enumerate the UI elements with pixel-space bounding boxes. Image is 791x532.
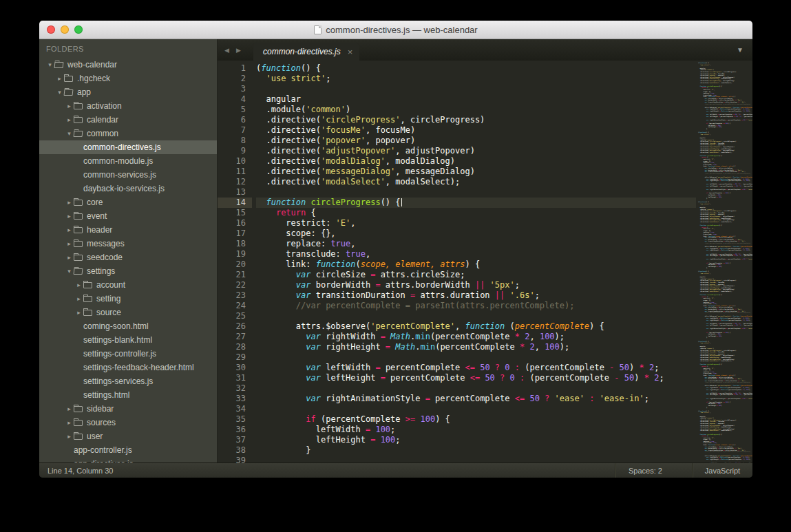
code-line-13[interactable] [256, 187, 696, 198]
line-number[interactable]: 19 [218, 249, 252, 259]
code-line-29[interactable] [256, 352, 696, 363]
expand-icon[interactable]: ▸ [65, 405, 74, 412]
code-line-31[interactable]: var leftHeight = percentComplete <= 50 ?… [256, 373, 696, 383]
tab-close-icon[interactable]: × [348, 47, 353, 56]
tree-file-settings-controller.js[interactable]: settings-controller.js [39, 347, 217, 361]
forward-arrow-icon[interactable]: ▶ [236, 47, 241, 54]
tree-file-app-directives.js[interactable]: app-directives.js [39, 457, 217, 462]
tree-file-dayback-io-services.js[interactable]: dayback-io-services.js [39, 182, 217, 195]
code-line-19[interactable]: transclude: true, [256, 249, 696, 259]
expand-icon[interactable]: ▸ [65, 199, 74, 206]
tree-folder-sources[interactable]: ▸sources [39, 416, 217, 429]
tree-folder-setting[interactable]: ▸setting [39, 292, 217, 306]
minimize-button[interactable] [61, 25, 69, 34]
window-title-bar[interactable]: common-directives.js — web-calendar [39, 21, 752, 39]
tree-folder-messages[interactable]: ▸messages [39, 237, 217, 251]
line-number[interactable]: 13 [218, 187, 252, 198]
code-line-21[interactable]: var circleSize = attrs.circleSize; [256, 270, 696, 280]
tree-folder-calendar[interactable]: ▸calendar [39, 113, 217, 127]
code-line-34[interactable] [256, 404, 696, 414]
code-line-22[interactable]: var borderWidth = attrs.borderWidth || '… [256, 280, 696, 290]
tree-folder-source[interactable]: ▸source [39, 306, 217, 319]
expand-icon[interactable]: ▸ [65, 213, 74, 220]
expand-icon[interactable]: ▸ [65, 419, 74, 426]
code-line-35[interactable]: if (percentComplete >= 100) { [256, 414, 696, 425]
tree-folder-sidebar[interactable]: ▸sidebar [39, 402, 217, 416]
code-line-25[interactable] [256, 311, 696, 321]
expand-icon[interactable]: ▸ [65, 254, 74, 261]
line-number[interactable]: 37 [218, 435, 252, 445]
tab-overflow-menu[interactable]: ▼ [737, 39, 743, 61]
tree-folder-event[interactable]: ▸event [39, 209, 217, 223]
code-line-30[interactable]: var leftWidth = percentComplete <= 50 ? … [256, 363, 696, 373]
line-number[interactable]: 32 [218, 383, 252, 394]
code-line-8[interactable]: .directive('popover', popover) [256, 136, 696, 146]
line-number[interactable]: 8 [218, 136, 252, 146]
tree-folder-common[interactable]: ▾common [39, 127, 217, 140]
code-line-33[interactable]: var rightAnimationStyle = percentComplet… [256, 394, 696, 404]
line-number[interactable]: 12 [218, 177, 252, 187]
line-number[interactable]: 30 [218, 363, 252, 373]
indent-settings[interactable]: Spaces: 2 [615, 463, 675, 478]
line-number[interactable]: 18 [218, 239, 252, 249]
line-number[interactable]: 3 [218, 84, 252, 94]
line-number[interactable]: 1 [218, 63, 252, 74]
line-number[interactable]: 39 [218, 456, 252, 466]
code-line-3[interactable] [256, 84, 696, 94]
code-line-12[interactable]: .directive('modalSelect', modalSelect); [256, 177, 696, 187]
line-number[interactable]: 28 [218, 342, 252, 352]
code-line-23[interactable]: var transitionDuration = attrs.duration … [256, 290, 696, 301]
line-number[interactable]: 15 [218, 208, 252, 218]
line-number[interactable]: 2 [218, 74, 252, 84]
line-number[interactable]: 24 [218, 301, 252, 311]
tree-file-coming-soon.html[interactable]: coming-soon.html [39, 319, 217, 333]
tree-file-settings.html[interactable]: settings.html [39, 388, 217, 402]
line-number[interactable]: 31 [218, 373, 252, 383]
line-number[interactable]: 22 [218, 280, 252, 290]
line-number-gutter[interactable]: 1234567891011121314151617181920212223242… [218, 61, 252, 462]
tree-folder-app[interactable]: ▾app [39, 85, 217, 99]
line-number[interactable]: 14 [218, 198, 252, 208]
line-number[interactable]: 9 [218, 146, 252, 156]
line-number[interactable]: 35 [218, 414, 252, 425]
line-number[interactable]: 6 [218, 115, 252, 125]
line-number[interactable]: 38 [218, 445, 252, 456]
collapse-icon[interactable]: ▾ [65, 130, 74, 137]
code-line-1[interactable]: (function() { [256, 63, 696, 74]
language-selector[interactable]: JavaScript [692, 463, 752, 478]
zoom-button[interactable] [74, 25, 83, 34]
tree-file-common-services.js[interactable]: common-services.js [39, 168, 217, 182]
code-line-37[interactable]: leftHeight = 100; [256, 435, 696, 445]
code-line-4[interactable]: angular [256, 94, 696, 105]
expand-icon[interactable]: ▸ [65, 103, 74, 109]
tab-common-directives[interactable]: common-directives.js × [253, 43, 359, 61]
code-editor[interactable]: (function() { 'use strict'; angular .mod… [252, 61, 696, 462]
code-line-2[interactable]: 'use strict'; [256, 74, 696, 84]
tree-file-common-module.js[interactable]: common-module.js [39, 154, 217, 168]
code-line-28[interactable]: var rightHeight = Math.min(percentComple… [256, 342, 696, 352]
code-line-26[interactable]: attrs.$observe('percentComplete', functi… [256, 321, 696, 332]
tree-folder-activation[interactable]: ▸activation [39, 99, 217, 113]
line-number[interactable]: 27 [218, 332, 252, 342]
code-line-14[interactable]: function circleProgress() { [256, 198, 696, 208]
line-number[interactable]: 36 [218, 425, 252, 435]
line-number[interactable]: 25 [218, 311, 252, 321]
collapse-icon[interactable]: ▾ [65, 268, 74, 275]
line-number[interactable]: 21 [218, 270, 252, 280]
code-line-10[interactable]: .directive('modalDialog', modalDialog) [256, 156, 696, 167]
expand-icon[interactable]: ▸ [55, 75, 64, 82]
tree-folder-.hgcheck[interactable]: ▸.hgcheck [39, 72, 217, 85]
collapse-icon[interactable]: ▾ [55, 89, 64, 96]
collapse-icon[interactable]: ▾ [45, 61, 54, 68]
tree-folder-web-calendar[interactable]: ▾web-calendar [39, 58, 217, 72]
tree-file-settings-feedback-header.html[interactable]: settings-feedback-header.html [39, 361, 217, 374]
expand-icon[interactable]: ▸ [74, 281, 83, 288]
line-number[interactable]: 20 [218, 259, 252, 270]
line-number[interactable]: 4 [218, 94, 252, 105]
code-line-5[interactable]: .module('common') [256, 105, 696, 115]
back-arrow-icon[interactable]: ◀ [224, 47, 229, 54]
code-line-20[interactable]: link: function(scope, element, attrs) { [256, 259, 696, 270]
line-number[interactable]: 11 [218, 167, 252, 177]
code-line-39[interactable] [256, 456, 696, 462]
code-line-18[interactable]: replace: true, [256, 239, 696, 249]
